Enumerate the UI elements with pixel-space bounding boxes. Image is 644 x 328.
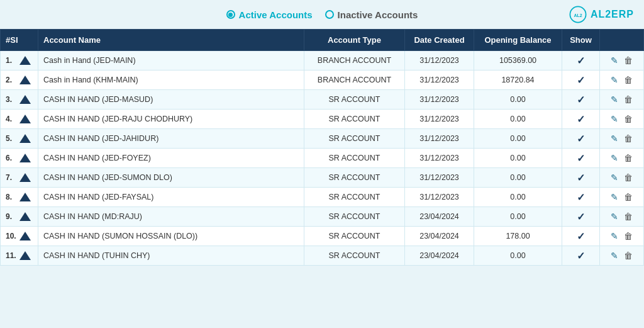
up-arrow-icon[interactable] [19, 134, 31, 143]
delete-button[interactable]: 🗑 [622, 171, 635, 184]
main-container: Active Accounts Inactive Accounts AL2 AL… [0, 0, 644, 328]
checkmark-icon: ✓ [577, 133, 585, 144]
up-arrow-icon[interactable] [19, 115, 31, 123]
checkmark-icon: ✓ [577, 192, 585, 203]
cell-actions: ✎ 🗑 [600, 110, 644, 129]
cell-si: 5. [1, 129, 38, 149]
cell-opening-balance: 0.00 [474, 149, 562, 168]
cell-date-created: 31/12/2023 [405, 188, 474, 207]
cell-account-type: BRANCH ACCOUNT [304, 51, 405, 71]
edit-button[interactable]: ✎ [609, 93, 620, 106]
cell-actions: ✎ 🗑 [600, 149, 644, 168]
cell-show: ✓ [562, 227, 600, 246]
up-arrow-icon[interactable] [19, 173, 31, 182]
cell-opening-balance: 178.00 [474, 227, 562, 246]
table-row: 2. Cash in Hand (KHM-MAIN)BRANCH ACCOUNT… [1, 71, 644, 90]
row-number: 4. [6, 115, 17, 123]
cell-opening-balance: 0.00 [474, 110, 562, 129]
delete-button[interactable]: 🗑 [622, 210, 635, 223]
cell-date-created: 23/04/2024 [405, 227, 474, 246]
up-arrow-icon[interactable] [19, 95, 31, 104]
up-arrow-icon[interactable] [19, 76, 31, 84]
delete-button[interactable]: 🗑 [622, 54, 635, 67]
up-arrow-icon[interactable] [19, 193, 31, 201]
table-row: 4. CASH IN HAND (JED-RAJU CHODHURY)SR AC… [1, 110, 644, 129]
edit-button[interactable]: ✎ [609, 74, 620, 86]
cell-opening-balance: 0.00 [474, 207, 562, 227]
cell-si: 9. [1, 207, 38, 227]
cell-account-type: SR ACCOUNT [304, 207, 405, 227]
edit-button[interactable]: ✎ [609, 132, 620, 145]
cell-account-name: CASH IN HAND (SUMON HOSSAIN (DLO)) [38, 227, 304, 246]
cell-date-created: 31/12/2023 [405, 51, 474, 71]
edit-button[interactable]: ✎ [609, 230, 620, 242]
col-header-si: #SI [1, 30, 38, 51]
edit-button[interactable]: ✎ [609, 152, 620, 164]
cell-show: ✓ [562, 246, 600, 266]
cell-account-name: CASH IN HAND (JED-FAYSAL) [38, 188, 304, 207]
edit-button[interactable]: ✎ [609, 113, 620, 125]
table-row: 9. CASH IN HAND (MD:RAJU)SR ACCOUNT23/04… [1, 207, 644, 227]
active-accounts-tab[interactable]: Active Accounts [226, 9, 313, 20]
cell-si: 6. [1, 149, 38, 168]
row-number: 1. [6, 56, 17, 65]
cell-actions: ✎ 🗑 [600, 246, 644, 266]
cell-show: ✓ [562, 129, 600, 149]
cell-si: 1. [1, 51, 38, 71]
cell-account-name: CASH IN HAND (JED-SUMON DLO) [38, 168, 304, 188]
active-accounts-label: Active Accounts [239, 9, 313, 20]
page-header: Active Accounts Inactive Accounts AL2 AL… [0, 0, 644, 29]
up-arrow-icon[interactable] [19, 56, 31, 65]
edit-button[interactable]: ✎ [609, 249, 620, 262]
edit-button[interactable]: ✎ [609, 54, 620, 67]
delete-button[interactable]: 🗑 [622, 230, 635, 242]
cell-account-type: SR ACCOUNT [304, 168, 405, 188]
cell-account-type: SR ACCOUNT [304, 246, 405, 266]
edit-button[interactable]: ✎ [609, 171, 620, 184]
delete-button[interactable]: 🗑 [622, 113, 635, 125]
delete-button[interactable]: 🗑 [622, 74, 635, 86]
cell-account-name: CASH IN HAND (TUHIN CHY) [38, 246, 304, 266]
cell-show: ✓ [562, 71, 600, 90]
delete-button[interactable]: 🗑 [622, 191, 635, 203]
col-header-name: Account Name [38, 30, 304, 51]
cell-si: 10. [1, 227, 38, 246]
inactive-radio[interactable] [325, 10, 334, 19]
edit-button[interactable]: ✎ [609, 210, 620, 223]
checkmark-icon: ✓ [577, 172, 585, 183]
table-row: 11. CASH IN HAND (TUHIN CHY)SR ACCOUNT23… [1, 246, 644, 266]
up-arrow-icon[interactable] [19, 212, 31, 221]
accounts-table: #SI Account Name Account Type Date Creat… [0, 29, 644, 266]
up-arrow-icon[interactable] [19, 232, 31, 240]
edit-button[interactable]: ✎ [609, 191, 620, 203]
cell-account-name: Cash in Hand (KHM-MAIN) [38, 71, 304, 90]
checkmark-icon: ✓ [577, 153, 585, 164]
cell-opening-balance: 0.00 [474, 90, 562, 110]
delete-button[interactable]: 🗑 [622, 93, 635, 106]
cell-actions: ✎ 🗑 [600, 227, 644, 246]
svg-text:AL2: AL2 [574, 13, 582, 18]
delete-button[interactable]: 🗑 [622, 249, 635, 262]
cell-si: 8. [1, 188, 38, 207]
up-arrow-icon[interactable] [19, 154, 31, 162]
table-row: 5. CASH IN HAND (JED-JAHIDUR)SR ACCOUNT3… [1, 129, 644, 149]
row-number: 2. [6, 76, 17, 84]
cell-date-created: 31/12/2023 [405, 129, 474, 149]
logo: AL2 AL2ERP [569, 6, 634, 23]
cell-date-created: 23/04/2024 [405, 246, 474, 266]
active-radio[interactable] [226, 10, 235, 19]
cell-date-created: 31/12/2023 [405, 90, 474, 110]
cell-show: ✓ [562, 51, 600, 71]
cell-opening-balance: 105369.00 [474, 51, 562, 71]
row-number: 6. [6, 154, 17, 162]
inactive-accounts-label: Inactive Accounts [338, 9, 418, 20]
cell-account-type: SR ACCOUNT [304, 110, 405, 129]
inactive-accounts-tab[interactable]: Inactive Accounts [325, 9, 418, 20]
cell-si: 11. [1, 246, 38, 266]
row-number: 10. [6, 232, 17, 240]
up-arrow-icon[interactable] [19, 251, 31, 260]
delete-button[interactable]: 🗑 [622, 152, 635, 164]
checkmark-icon: ✓ [577, 231, 585, 242]
delete-button[interactable]: 🗑 [622, 132, 635, 145]
cell-si: 4. [1, 110, 38, 129]
